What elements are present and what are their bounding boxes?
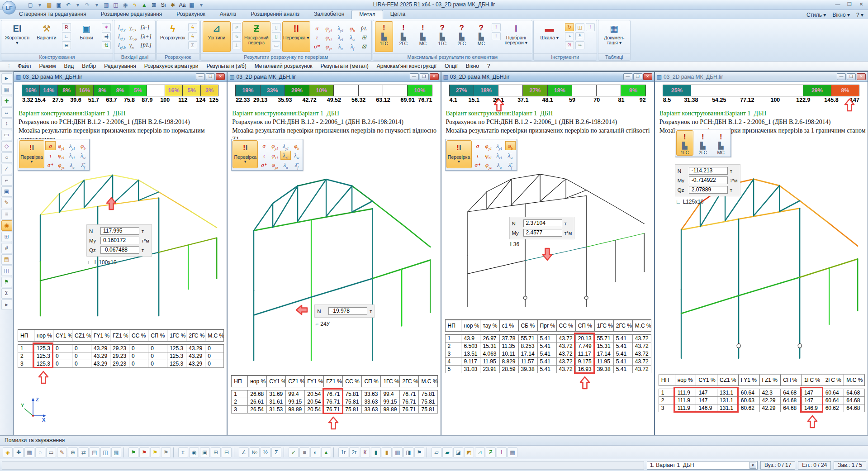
symbol-button[interactable]: λ̄f bbox=[347, 42, 358, 51]
calc-selected-icon[interactable]: ϟ bbox=[188, 32, 197, 40]
close-button[interactable]: ✕ bbox=[857, 73, 866, 80]
menu-Стиль[interactable]: Стиль ▾ bbox=[806, 12, 826, 18]
button-Шкала[interactable]: ▬Шкала ▾ bbox=[536, 21, 564, 52]
close-button[interactable]: ✕ bbox=[643, 73, 652, 80]
tab-Цегла[interactable]: Цегла bbox=[383, 10, 413, 19]
bottom-tool-icon-2[interactable]: ▦ bbox=[24, 447, 34, 457]
table-row[interactable]: 531.0323.9128.5939.385.4143.7216.9339.38… bbox=[445, 366, 651, 373]
button-Варіанти[interactable]: ⚒Варіанти bbox=[33, 21, 61, 52]
bottom-tool-icon-49[interactable]: ▦ bbox=[508, 447, 517, 457]
symbol-button[interactable]: ⊞ bbox=[359, 33, 370, 42]
refresh-icon[interactable]: ↻ bbox=[565, 23, 574, 31]
table-row[interactable]: 226.6131.6199.1520.5476.7175.8133.6399.1… bbox=[231, 398, 437, 406]
restore-button[interactable]: ❐ bbox=[633, 73, 642, 80]
leaf-icon[interactable]: ❧ bbox=[575, 41, 584, 49]
hb-box-icon[interactable]: ⊟ bbox=[62, 41, 71, 49]
minimize-button[interactable]: — bbox=[410, 73, 419, 80]
table-row[interactable]: 49.11711.958.82911.575.4143.729.17511.95… bbox=[445, 358, 651, 366]
symbol-button[interactable]: σ bbox=[312, 24, 323, 33]
left-tool-icon-0[interactable]: ► bbox=[1, 73, 12, 84]
section3-icon[interactable]: ▭ bbox=[272, 41, 281, 49]
bottom-tool-icon-46[interactable]: ⊿ bbox=[475, 447, 485, 457]
symbol-button[interactable]: f/L bbox=[359, 24, 370, 33]
balance-icon[interactable]: ≜ bbox=[575, 32, 584, 40]
color-scale[interactable]: 19%33%29%10%10% bbox=[236, 85, 432, 96]
left-tool-icon-4[interactable]: ↕ bbox=[1, 119, 12, 129]
max-results-icon[interactable]: ! bbox=[492, 23, 501, 31]
left-tool-icon-6[interactable]: ◇ bbox=[1, 141, 12, 152]
button-!-1ГС[interactable]: !▙1ГС bbox=[375, 21, 393, 52]
left-tool-icon-17[interactable]: ◫ bbox=[1, 266, 12, 276]
symbol-button[interactable]: τ bbox=[312, 33, 323, 42]
angle-icon[interactable]: ∟ bbox=[62, 32, 71, 40]
menu-item-Вибір[interactable]: Вибір bbox=[78, 63, 100, 69]
tab-Розширене редагування[interactable]: Розширене редагування bbox=[94, 10, 170, 19]
bottom-tool-icon-40[interactable]: ⚑ bbox=[414, 447, 424, 457]
bottom-tool-icon-37[interactable]: ▮ bbox=[382, 447, 392, 457]
left-tool-icon-9[interactable]: ⌐ bbox=[1, 175, 12, 186]
restore-button[interactable]: ❐ bbox=[847, 73, 856, 80]
symbol-button[interactable]: λα bbox=[494, 160, 505, 169]
left-tool-icon-10[interactable]: ▣ bbox=[1, 186, 12, 197]
tab-Метал[interactable]: Метал bbox=[351, 10, 383, 19]
alert-icon[interactable]: ! bbox=[586, 23, 595, 31]
bottom-tool-icon-28[interactable]: ✓ bbox=[289, 447, 299, 457]
bottom-tool-icon-15[interactable]: ⚑ bbox=[161, 447, 171, 457]
bottom-tool-icon-45[interactable]: ◩ bbox=[464, 447, 474, 457]
arrows-icon[interactable]: ⇶ bbox=[102, 32, 111, 40]
symbol-button[interactable]: φy1 bbox=[484, 141, 494, 150]
symbol-button[interactable]: φy1 bbox=[56, 141, 66, 150]
symbol-button[interactable]: φz1 bbox=[323, 33, 334, 42]
menu-item-Режим[interactable]: Режим bbox=[35, 63, 60, 69]
table-row[interactable]: 143.926.9737.7855.715.4143.7220.1355.715… bbox=[445, 335, 651, 343]
close-button[interactable]: ✕ bbox=[216, 73, 225, 80]
color-scale[interactable]: 25%29%8% bbox=[663, 85, 859, 96]
symbol-button[interactable]: σ* bbox=[45, 160, 56, 169]
bottom-tool-icon-23[interactable]: ∠ bbox=[239, 447, 249, 457]
bottom-tool-icon-3[interactable]: ◌ bbox=[35, 447, 45, 457]
section1-icon[interactable]: ▯ bbox=[272, 23, 281, 31]
r-factor-icon[interactable]: R bbox=[62, 23, 71, 31]
symbol-button[interactable]: σ* bbox=[259, 160, 269, 169]
symbol-button[interactable]: φyz bbox=[484, 160, 494, 169]
window-titlebar[interactable]: ▥03_2D рама МК_ДБН.lir—❐✕ bbox=[14, 72, 227, 82]
table-row[interactable]: 1111.9147131.160.6442.364.6814760.6464.6… bbox=[659, 389, 865, 397]
warnings-icon[interactable]: ?! bbox=[565, 41, 574, 49]
bottom-tool-icon-47[interactable]: Ƶ bbox=[486, 447, 496, 457]
table-row[interactable]: 2125.30043.2929.2300125.343.290 bbox=[18, 352, 224, 360]
left-tool-icon-14[interactable]: ⊞ bbox=[1, 232, 12, 242]
bottom-tool-icon-48[interactable]: I bbox=[497, 447, 507, 457]
symbol-button[interactable]: φb bbox=[505, 141, 516, 150]
table-row[interactable]: 313.514.06310.1117.145.4143.7211.1717.14… bbox=[445, 350, 651, 358]
errors-panel[interactable]: Помилки та зауваження bbox=[0, 435, 868, 445]
symbol-button[interactable]: λ̄w bbox=[505, 151, 516, 160]
minimize-button[interactable]: — bbox=[837, 73, 846, 80]
formula-item[interactable]: γn bbox=[129, 42, 137, 50]
check-button[interactable]: !IПеревірка▼ bbox=[446, 140, 472, 168]
symbol-button[interactable]: λy1 bbox=[280, 141, 291, 150]
menu-item-Результати (метал)[interactable]: Результати (метал) bbox=[317, 63, 373, 69]
button-!-МС[interactable]: !▙МС bbox=[414, 21, 432, 52]
symbol-button[interactable]: φz1 bbox=[56, 151, 66, 160]
check-button[interactable]: !IПеревірка▼ bbox=[19, 140, 44, 168]
bottom-tool-icon-39[interactable]: ◨ bbox=[403, 447, 413, 457]
formula-item[interactable]: [λ-] bbox=[140, 24, 152, 32]
button-Усі-типи[interactable]: ⊿Усі типи bbox=[203, 21, 231, 52]
menu-item-?[interactable]: ? bbox=[483, 63, 494, 69]
symbol-button[interactable]: ⊠ bbox=[359, 42, 370, 51]
menu-item-Результати (з/б)[interactable]: Результати (з/б) bbox=[202, 63, 250, 69]
symbol-button[interactable]: τ bbox=[45, 151, 56, 160]
symbol-button[interactable]: τ bbox=[473, 151, 483, 160]
window-titlebar[interactable]: ▥03_2D рама МК_ДБН.lir—❐✕ bbox=[228, 72, 440, 82]
symbol-button[interactable]: λ̄f bbox=[291, 160, 302, 169]
layout-icon[interactable]: ◫ bbox=[575, 23, 584, 31]
bottom-tool-icon-18[interactable]: ◉ bbox=[189, 447, 199, 457]
link2-icon[interactable]: ⇘ bbox=[232, 32, 241, 40]
bottom-tool-icon-20[interactable]: ⊞ bbox=[211, 447, 221, 457]
left-tool-icon-12[interactable]: ≡ bbox=[1, 209, 12, 219]
menu-item-Редагування[interactable]: Редагування bbox=[100, 63, 140, 69]
swap-icon[interactable]: ⇅ bbox=[102, 41, 111, 49]
sum-icon[interactable]: Σ bbox=[188, 41, 197, 49]
support-icon[interactable]: ⊥ bbox=[232, 41, 241, 49]
minimize-button[interactable]: — bbox=[196, 73, 205, 80]
